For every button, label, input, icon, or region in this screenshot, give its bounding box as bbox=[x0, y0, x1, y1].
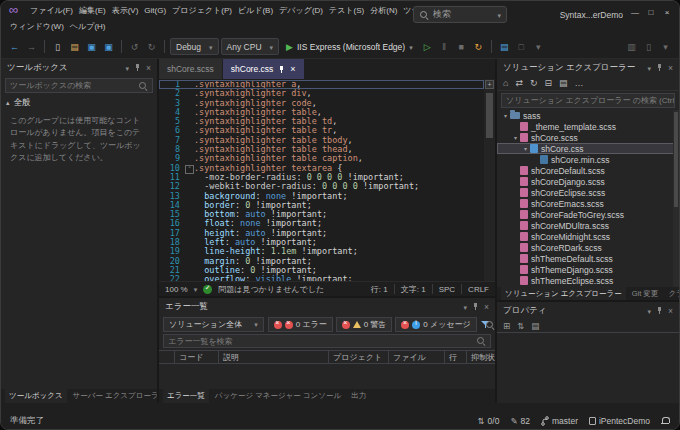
pending-changes-indicator[interactable]: ✎ 82 bbox=[510, 416, 530, 426]
toolbox-search-input[interactable]: ツールボックスの検索 bbox=[5, 78, 153, 93]
error-filter-button[interactable]: 0 警告 bbox=[336, 317, 393, 332]
zoom-level-dropdown[interactable]: 100 % bbox=[165, 285, 188, 294]
tree-item[interactable]: shThemeDjango.scss bbox=[497, 264, 679, 275]
tree-item[interactable]: shCoreMidnight.scss bbox=[497, 231, 679, 242]
navigate-backward-icon[interactable]: ← bbox=[7, 39, 22, 55]
menu-item[interactable]: 編集(E) bbox=[76, 3, 109, 18]
tool-window-tab[interactable]: Git 変更 bbox=[628, 287, 663, 300]
window-position-icon[interactable] bbox=[126, 63, 130, 73]
hot-reload-icon[interactable]: ↻ bbox=[471, 39, 486, 55]
stop-icon[interactable]: ■ bbox=[454, 39, 469, 55]
tree-item[interactable]: shCoreEclipse.scss bbox=[497, 187, 679, 198]
more-options-icon[interactable]: … bbox=[575, 79, 584, 88]
error-filter-button[interactable]: 0 メッセージ bbox=[395, 317, 476, 332]
code-line[interactable]: 17 height: auto !important; bbox=[159, 229, 484, 238]
solution-platform-dropdown[interactable]: Any CPU bbox=[221, 38, 279, 55]
menu-item[interactable]: ファイル(F) bbox=[27, 3, 76, 18]
toolbar-overflow-icon[interactable]: ▾ bbox=[658, 39, 673, 55]
tree-item[interactable]: shCore.min.css bbox=[497, 154, 679, 165]
caret-column-indicator[interactable]: 文字: 1 bbox=[401, 284, 426, 295]
chevron-down-icon[interactable] bbox=[194, 285, 198, 294]
tree-item[interactable]: shCoreDjango.scss bbox=[497, 176, 679, 187]
error-list-body[interactable] bbox=[159, 364, 495, 389]
code-text[interactable]: bottom: auto !important; bbox=[194, 210, 484, 219]
error-column-header[interactable]: ファイル bbox=[389, 351, 445, 363]
solution-explorer-search-input[interactable]: ソリューション エクスプローラー の検索 (Ctrl+;) bbox=[501, 93, 675, 108]
bookmark-icon[interactable]: ▯ bbox=[641, 39, 656, 55]
code-line[interactable]: 14 border: 0 !important; bbox=[159, 201, 484, 210]
start-without-debugging-icon[interactable]: ▷ bbox=[420, 39, 435, 55]
menu-item[interactable]: プロジェクト(P) bbox=[169, 3, 235, 18]
code-text[interactable]: .syntaxhighlighter a, bbox=[194, 80, 484, 89]
expander-icon[interactable]: ▾ bbox=[501, 112, 510, 119]
tree-item[interactable]: shCoreMDUltra.scss bbox=[497, 220, 679, 231]
code-text[interactable]: -webkit-border-radius: 0 0 0 0 !importan… bbox=[194, 182, 484, 191]
notifications-bell-icon[interactable] bbox=[661, 417, 670, 426]
search-icon[interactable] bbox=[485, 320, 495, 330]
line-ending-indicator[interactable]: CRLF bbox=[468, 285, 489, 294]
code-text[interactable]: .syntaxhighlighter table tr, bbox=[194, 126, 484, 135]
error-filter-button[interactable]: 0 エラー bbox=[268, 317, 333, 332]
code-line[interactable]: 13 background: none !important; bbox=[159, 192, 484, 201]
code-text[interactable]: overflow: visible !important; bbox=[194, 275, 484, 281]
health-check-icon[interactable] bbox=[203, 285, 212, 294]
document-tab[interactable]: shCore.scss bbox=[159, 59, 222, 79]
minimize-button[interactable]: — bbox=[627, 3, 643, 21]
break-all-icon[interactable]: ‖ bbox=[437, 39, 452, 55]
menu-item[interactable]: 表示(V) bbox=[109, 3, 142, 18]
home-icon[interactable]: ⌂ bbox=[503, 79, 508, 88]
code-text[interactable]: .syntaxhighlighter table thead, bbox=[194, 145, 484, 154]
error-column-header[interactable]: 行 bbox=[445, 351, 467, 363]
sync-counter[interactable]: ⇅ 0/0 bbox=[477, 416, 499, 426]
code-line[interactable]: 2.syntaxhighlighter div, bbox=[159, 89, 484, 98]
expander-icon[interactable]: ▾ bbox=[511, 134, 520, 141]
save-icon[interactable]: ▣ bbox=[84, 39, 99, 55]
code-line[interactable]: 9.syntaxhighlighter table caption, bbox=[159, 154, 484, 163]
error-column-header[interactable]: コード bbox=[175, 351, 219, 363]
show-all-files-icon[interactable]: ▤ bbox=[559, 79, 568, 88]
menu-item[interactable]: ウィンドウ(W) bbox=[7, 19, 67, 34]
code-text[interactable]: .syntaxhighlighter table caption, bbox=[194, 154, 484, 163]
caret-line-indicator[interactable]: 行: 1 bbox=[371, 284, 388, 295]
tree-item[interactable]: shThemeEclipse.scss bbox=[497, 275, 679, 286]
code-line[interactable]: 7.syntaxhighlighter table tbody, bbox=[159, 136, 484, 145]
git-branch-selector[interactable]: master bbox=[541, 416, 578, 426]
undo-icon[interactable]: ↺ bbox=[127, 39, 142, 55]
error-column-header[interactable]: 説明 bbox=[219, 351, 329, 363]
alphabetical-icon[interactable]: ⇅ bbox=[517, 321, 524, 331]
web-browser-icon[interactable]: ▤ bbox=[497, 39, 512, 55]
code-line[interactable]: 4.syntaxhighlighter table, bbox=[159, 108, 484, 117]
menu-item[interactable]: ヘルプ(H) bbox=[67, 19, 109, 34]
code-line[interactable]: 18 left: auto !important; bbox=[159, 238, 484, 247]
quick-search-box[interactable]: 検索 bbox=[413, 6, 507, 23]
pin-icon[interactable] bbox=[656, 306, 663, 315]
live-share-icon[interactable]: □ bbox=[514, 39, 529, 55]
close-button[interactable]: × bbox=[659, 3, 675, 21]
chevron-down-icon[interactable] bbox=[497, 10, 501, 20]
code-text[interactable]: line-height: 1.1em !important; bbox=[194, 247, 484, 256]
code-line[interactable]: 22 overflow: visible !important; bbox=[159, 275, 484, 281]
tree-item[interactable]: ▾ shCore.css bbox=[497, 143, 679, 154]
code-text[interactable]: border: 0 !important; bbox=[194, 201, 484, 210]
error-column-header[interactable]: 抑制状態 bbox=[467, 351, 495, 363]
toolbox-group-general[interactable]: ▴ 全般 bbox=[1, 95, 157, 110]
pin-icon[interactable] bbox=[134, 63, 141, 72]
scrollbar-thumb[interactable] bbox=[486, 93, 493, 138]
tree-item[interactable]: shCoreDefault.scss bbox=[497, 165, 679, 176]
code-text[interactable]: height: auto !important; bbox=[194, 229, 484, 238]
close-icon[interactable]: × bbox=[484, 302, 489, 312]
code-line[interactable]: 6.syntaxhighlighter table tr, bbox=[159, 126, 484, 135]
code-line[interactable]: 16 float: none !important; bbox=[159, 219, 484, 228]
scrollbar-thumb[interactable] bbox=[674, 112, 678, 207]
code-line[interactable]: 21 outline: 0 !important; bbox=[159, 266, 484, 275]
switch-views-icon[interactable]: ⇄ bbox=[515, 79, 523, 88]
tree-item[interactable]: ▾ shCore.scss bbox=[497, 132, 679, 143]
new-file-icon[interactable]: ▯ bbox=[50, 39, 65, 55]
error-list-search-input[interactable]: エラー一覧を検索 bbox=[163, 334, 491, 348]
code-text[interactable]: .syntaxhighlighter div, bbox=[194, 89, 484, 98]
tool-window-tab[interactable]: ツールボックス bbox=[5, 389, 67, 403]
tool-window-tab[interactable]: 出力 bbox=[347, 389, 370, 403]
categorized-icon[interactable]: ⊞ bbox=[503, 321, 510, 331]
close-icon[interactable]: × bbox=[146, 63, 151, 73]
error-column-header[interactable] bbox=[159, 351, 175, 363]
